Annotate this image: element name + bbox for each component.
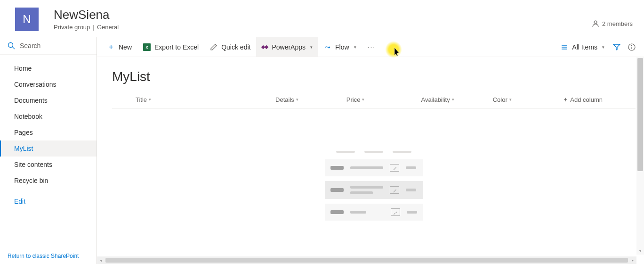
excel-icon: x bbox=[143, 43, 151, 51]
nav-edit-link[interactable]: Edit bbox=[0, 193, 97, 209]
scrollbar-thumb[interactable] bbox=[105, 258, 628, 263]
info-button[interactable] bbox=[624, 37, 639, 57]
flow-label: Flow bbox=[335, 43, 349, 51]
export-label: Export to Excel bbox=[154, 43, 199, 51]
add-column-label: Add column bbox=[570, 96, 603, 103]
col-label: Color bbox=[493, 96, 507, 103]
chevron-down-icon: ▾ bbox=[149, 97, 151, 102]
chevron-down-icon: ▾ bbox=[509, 97, 512, 102]
vertical-scrollbar[interactable]: ▾ bbox=[636, 57, 644, 255]
main: + New x Export to Excel Quick edit bbox=[97, 37, 644, 264]
filter-button[interactable] bbox=[609, 37, 624, 57]
chevron-down-icon: ▾ bbox=[362, 97, 364, 102]
flow-icon: ⤳ bbox=[324, 43, 331, 51]
chevron-down-icon: ▾ bbox=[354, 45, 356, 50]
col-label: Details bbox=[275, 96, 294, 103]
members-button[interactable]: 2 members bbox=[592, 20, 633, 27]
nav-item-pages[interactable]: Pages bbox=[0, 124, 97, 140]
quick-edit-button[interactable]: Quick edit bbox=[204, 37, 256, 57]
view-selector[interactable]: All Items ▾ bbox=[556, 37, 609, 57]
site-header: N NewSiena Private group | General 2 mem… bbox=[0, 0, 644, 37]
powerapps-icon bbox=[262, 46, 268, 49]
plus-icon: + bbox=[564, 96, 567, 103]
svg-point-0 bbox=[594, 21, 597, 24]
new-button[interactable]: + New bbox=[102, 37, 137, 57]
pencil-icon bbox=[210, 43, 217, 51]
classification: General bbox=[97, 24, 119, 31]
columns-header: Title ▾ Details ▾ Price ▾ Availability ▾ bbox=[112, 96, 636, 108]
col-label: Availability bbox=[421, 96, 450, 103]
person-icon bbox=[592, 20, 599, 27]
new-label: New bbox=[119, 43, 132, 51]
search-placeholder: Search bbox=[20, 42, 40, 50]
ellipsis-icon: ··· bbox=[368, 43, 376, 51]
group-type: Private group bbox=[54, 24, 90, 31]
quick-edit-label: Quick edit bbox=[221, 43, 250, 51]
svg-line-2 bbox=[12, 47, 15, 49]
nav-item-mylist[interactable]: MyList bbox=[0, 140, 97, 157]
nav: Home Conversations Documents Notebook Pa… bbox=[0, 55, 97, 248]
powerapps-label: PowerApps bbox=[272, 43, 306, 51]
nav-item-home[interactable]: Home bbox=[0, 60, 97, 76]
site-info: NewSiena Private group | General bbox=[54, 8, 592, 31]
col-label: Title bbox=[136, 96, 147, 103]
powerapps-button[interactable]: PowerApps ▾ bbox=[256, 37, 318, 57]
horizontal-scrollbar[interactable]: ◂ ▸ bbox=[97, 256, 636, 264]
nav-item-documents[interactable]: Documents bbox=[0, 92, 97, 108]
add-column-button[interactable]: + Add column bbox=[564, 96, 603, 103]
return-classic-link[interactable]: Return to classic SharePoint bbox=[0, 248, 97, 264]
sidebar: Search Home Conversations Documents Note… bbox=[0, 37, 97, 264]
col-details[interactable]: Details ▾ bbox=[275, 96, 298, 103]
filter-icon bbox=[613, 43, 620, 51]
members-label: 2 members bbox=[602, 20, 633, 27]
col-label: Price bbox=[346, 96, 361, 103]
scroll-right-arrow[interactable]: ▸ bbox=[629, 258, 636, 263]
site-subtitle: Private group | General bbox=[54, 24, 592, 31]
scroll-down-arrow[interactable]: ▾ bbox=[636, 247, 644, 255]
plus-icon: + bbox=[107, 43, 115, 51]
more-actions-button[interactable]: ··· bbox=[362, 37, 382, 57]
scrollbar-thumb[interactable] bbox=[637, 58, 643, 171]
col-color[interactable]: Color ▾ bbox=[493, 96, 512, 103]
search-input[interactable]: Search bbox=[0, 37, 97, 55]
toolbar: + New x Export to Excel Quick edit bbox=[97, 37, 644, 57]
col-title[interactable]: Title ▾ bbox=[136, 96, 151, 103]
col-availability[interactable]: Availability ▾ bbox=[421, 96, 454, 103]
search-icon bbox=[8, 42, 15, 50]
nav-item-conversations[interactable]: Conversations bbox=[0, 76, 97, 92]
empty-list-illustration bbox=[112, 151, 636, 221]
list-icon bbox=[561, 43, 568, 51]
list-title: MyList bbox=[112, 69, 636, 84]
nav-item-notebook[interactable]: Notebook bbox=[0, 108, 97, 124]
chevron-down-icon: ▾ bbox=[452, 97, 454, 102]
export-excel-button[interactable]: x Export to Excel bbox=[137, 37, 204, 57]
col-price[interactable]: Price ▾ bbox=[346, 96, 365, 103]
chevron-down-icon: ▾ bbox=[296, 97, 298, 102]
content: MyList Title ▾ Details ▾ Price ▾ bbox=[97, 57, 644, 264]
site-title[interactable]: NewSiena bbox=[54, 8, 592, 22]
chevron-down-icon: ▾ bbox=[310, 45, 313, 50]
view-label: All Items bbox=[572, 43, 597, 51]
site-logo[interactable]: N bbox=[15, 8, 39, 31]
chevron-down-icon: ▾ bbox=[602, 45, 604, 50]
scroll-left-arrow[interactable]: ◂ bbox=[97, 258, 105, 263]
nav-item-recycle-bin[interactable]: Recycle bin bbox=[0, 173, 97, 189]
flow-button[interactable]: ⤳ Flow ▾ bbox=[318, 37, 362, 57]
svg-point-8 bbox=[632, 45, 632, 46]
info-icon bbox=[628, 43, 636, 51]
nav-item-site-contents[interactable]: Site contents bbox=[0, 157, 97, 173]
